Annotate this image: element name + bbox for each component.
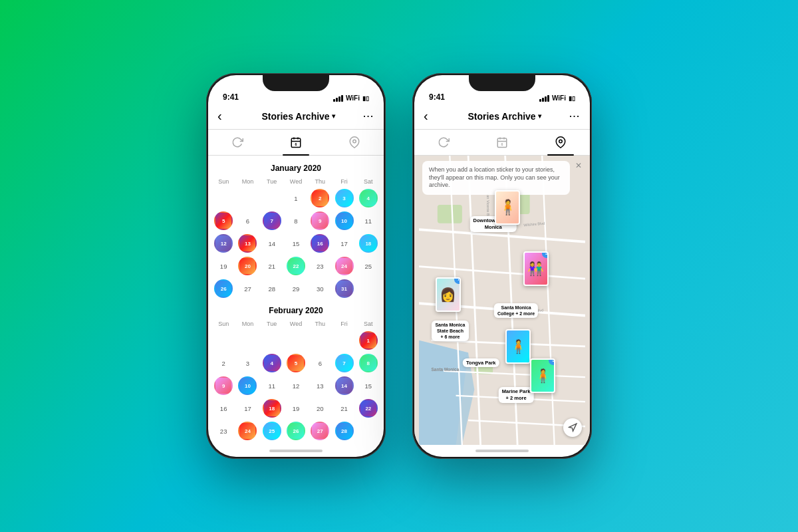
day-cell-story[interactable]: 3 xyxy=(332,188,355,209)
map-view[interactable]: Wilshire Blvd Olympic Blvd Lincoln Blvd … xyxy=(414,156,590,445)
day-cell[interactable]: 23 xyxy=(212,420,235,442)
day-cell-story[interactable]: 7 xyxy=(261,210,283,231)
tab-location-left[interactable] xyxy=(325,130,384,155)
story-circle[interactable]: 10 xyxy=(335,211,354,230)
day-cell-story[interactable]: 27 xyxy=(309,420,331,442)
day-cell[interactable]: 13 xyxy=(309,375,331,396)
day-cell[interactable]: 11 xyxy=(261,375,283,396)
day-cell[interactable]: 30 xyxy=(309,278,331,299)
pin-marine[interactable]: Marine Park+ 2 more xyxy=(499,387,534,403)
day-cell[interactable]: 16 xyxy=(212,398,235,419)
day-cell[interactable]: 21 xyxy=(261,255,283,277)
tab-location-right[interactable] xyxy=(531,130,590,155)
tab-recent-right[interactable] xyxy=(414,130,473,155)
story-circle[interactable]: 13 xyxy=(238,234,257,253)
day-cell-story[interactable]: 20 xyxy=(236,255,259,277)
story-circle[interactable]: 28 xyxy=(335,422,354,440)
day-cell-story[interactable]: 18 xyxy=(261,398,283,419)
story-circle[interactable]: 2 xyxy=(311,189,329,207)
map-photo-4[interactable]: 🧍 xyxy=(505,329,531,364)
story-circle[interactable]: 8 xyxy=(359,354,378,372)
day-cell-story[interactable]: 13 xyxy=(236,233,259,254)
day-cell[interactable]: 8 xyxy=(285,210,307,231)
day-cell[interactable]: 15 xyxy=(357,375,380,396)
day-cell[interactable]: 17 xyxy=(236,398,259,419)
pin-college[interactable]: Santa MonicaCollege + 2 more xyxy=(494,303,538,318)
story-circle[interactable]: 3 xyxy=(335,189,354,207)
story-circle[interactable]: 7 xyxy=(335,354,354,372)
day-cell[interactable]: 25 xyxy=(357,255,380,277)
day-cell[interactable]: 3 xyxy=(236,352,259,374)
more-button-right[interactable]: ··· xyxy=(569,111,581,121)
day-cell-story[interactable]: 22 xyxy=(285,255,307,277)
story-circle[interactable]: 9 xyxy=(311,211,329,230)
map-photo-1[interactable]: 🧍 xyxy=(495,190,520,225)
day-cell[interactable]: 19 xyxy=(212,255,235,277)
story-circle[interactable]: 18 xyxy=(359,234,378,253)
day-cell-story[interactable]: 1 xyxy=(357,330,380,351)
story-circle[interactable]: 7 xyxy=(263,211,281,230)
map-photo-2[interactable]: 👩 7 xyxy=(436,277,461,312)
story-circle[interactable]: 22 xyxy=(287,257,305,275)
day-cell-story[interactable]: 9 xyxy=(212,375,235,396)
story-circle[interactable]: 20 xyxy=(238,257,257,275)
day-cell[interactable]: 17 xyxy=(332,233,355,254)
story-circle[interactable]: 16 xyxy=(311,234,329,253)
day-cell[interactable]: 6 xyxy=(236,210,259,231)
day-cell-story[interactable]: 16 xyxy=(309,233,331,254)
story-circle[interactable]: 27 xyxy=(311,422,329,440)
story-circle[interactable]: 12 xyxy=(214,234,233,253)
day-cell-story[interactable]: 2 xyxy=(309,188,331,209)
day-cell[interactable]: 15 xyxy=(285,233,307,254)
day-cell-story[interactable]: 4 xyxy=(261,352,283,374)
day-cell[interactable]: 19 xyxy=(285,398,307,419)
day-cell-story[interactable]: 25 xyxy=(261,420,283,442)
day-cell-story[interactable]: 26 xyxy=(212,278,235,299)
day-cell-story[interactable]: 22 xyxy=(357,398,380,419)
back-button-right[interactable]: ‹ xyxy=(424,108,440,124)
day-cell-story[interactable]: 31 xyxy=(332,278,355,299)
day-cell[interactable]: 29 xyxy=(285,278,307,299)
day-cell[interactable]: 2 xyxy=(212,352,235,374)
location-center-button[interactable] xyxy=(563,418,582,437)
day-cell[interactable]: 1 xyxy=(285,188,307,209)
story-circle[interactable]: 5 xyxy=(214,211,233,230)
map-photo-3[interactable]: 👫 3 xyxy=(523,251,549,286)
day-cell-story[interactable]: 14 xyxy=(332,375,355,396)
day-cell-story[interactable]: 7 xyxy=(332,352,355,374)
tab-calendar-left[interactable]: 6 xyxy=(267,130,325,155)
day-cell-story[interactable]: 10 xyxy=(236,375,259,396)
day-cell-story[interactable]: 26 xyxy=(285,420,307,442)
map-photo-5[interactable]: 🧍 3 xyxy=(530,358,555,393)
day-cell-story[interactable]: 12 xyxy=(212,233,235,254)
tab-calendar-right[interactable]: 6 xyxy=(473,130,531,155)
day-cell-story[interactable]: 24 xyxy=(332,255,355,277)
story-circle[interactable]: 9 xyxy=(214,376,233,395)
story-circle[interactable]: 22 xyxy=(359,399,378,418)
day-cell[interactable]: 6 xyxy=(309,352,331,374)
tab-recent-left[interactable] xyxy=(208,130,267,155)
story-circle[interactable]: 10 xyxy=(238,376,257,395)
day-cell[interactable]: 21 xyxy=(332,398,355,419)
story-circle[interactable]: 26 xyxy=(287,422,305,440)
day-cell-story[interactable]: 18 xyxy=(357,233,380,254)
day-cell[interactable]: 23 xyxy=(309,255,331,277)
story-circle[interactable]: 18 xyxy=(263,399,281,418)
calendar-view-left[interactable]: January 2020 Sun Mon Tue Wed Thu Fri Sat… xyxy=(208,156,384,445)
day-cell[interactable]: 27 xyxy=(236,278,259,299)
day-cell-story[interactable]: 9 xyxy=(309,210,331,231)
back-button-left[interactable]: ‹ xyxy=(217,108,233,124)
day-cell-story[interactable]: 5 xyxy=(285,352,307,374)
story-circle[interactable]: 24 xyxy=(238,422,257,440)
story-circle[interactable]: 14 xyxy=(335,376,354,395)
story-circle[interactable]: 4 xyxy=(359,189,378,207)
day-cell[interactable]: 12 xyxy=(285,375,307,396)
story-circle[interactable]: 4 xyxy=(263,354,281,372)
day-cell-story[interactable]: 24 xyxy=(236,420,259,442)
day-cell-story[interactable]: 28 xyxy=(332,420,355,442)
day-cell[interactable]: 28 xyxy=(261,278,283,299)
day-cell[interactable]: 20 xyxy=(309,398,331,419)
story-circle[interactable]: 31 xyxy=(335,279,354,298)
more-button-left[interactable]: ··· xyxy=(363,111,374,121)
day-cell-story[interactable]: 10 xyxy=(332,210,355,231)
